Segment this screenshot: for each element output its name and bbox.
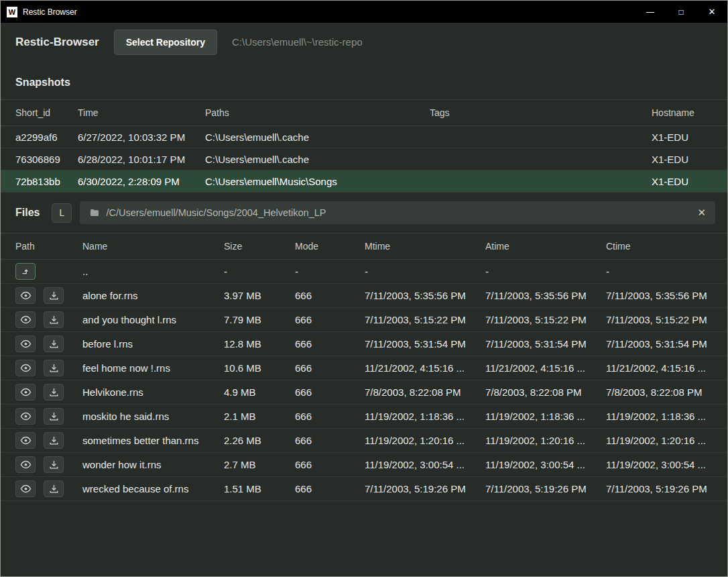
snapshots-table-header: Short_idTimePathsTagsHostname xyxy=(1,99,727,126)
files-table-header: PathNameSizeModeMtimeAtimeCtime xyxy=(1,233,727,260)
download-file-button[interactable] xyxy=(44,311,64,328)
eye-icon xyxy=(20,386,32,398)
app-logo-icon: W xyxy=(7,7,17,17)
files-table-body: ..-----alone for.rns3.97 MB6667/11/2003,… xyxy=(1,260,727,501)
app-header: Restic-Browser Select Repository C:\User… xyxy=(1,23,727,61)
eye-icon xyxy=(20,459,32,470)
download-file-button[interactable] xyxy=(44,335,64,352)
file-mtime: 7/11/2003, 5:31:54 PM xyxy=(365,338,485,350)
file-size: 7.79 MB xyxy=(224,314,295,325)
file-mode: 666 xyxy=(295,290,365,301)
file-ctime: 11/19/2002, 3:00:54 ... xyxy=(606,459,713,470)
file-mtime: 11/19/2002, 1:20:16 ... xyxy=(365,435,485,446)
file-atime: 11/19/2002, 3:00:54 ... xyxy=(485,459,606,470)
view-file-button[interactable] xyxy=(15,432,36,449)
file-mtime: 11/19/2002, 3:00:54 ... xyxy=(365,459,485,470)
file-mtime: 11/21/2002, 4:15:16 ... xyxy=(365,362,485,374)
snapshot-row[interactable]: 763068696/28/2022, 10:01:17 PMC:\Users\e… xyxy=(1,148,727,170)
view-file-button[interactable] xyxy=(15,335,36,352)
snapshot-short-id: 76306869 xyxy=(15,154,78,165)
download-file-button[interactable] xyxy=(44,287,64,304)
file-mode: 666 xyxy=(295,314,365,325)
file-size: 1.51 MB xyxy=(224,483,295,494)
clear-path-button[interactable]: ✕ xyxy=(697,207,706,219)
file-mtime: 7/8/2003, 8:22:08 PM xyxy=(365,386,485,398)
file-size: 4.9 MB xyxy=(224,386,295,398)
download-icon xyxy=(49,484,59,494)
download-file-button[interactable] xyxy=(44,384,64,401)
download-file-button[interactable] xyxy=(44,408,64,425)
parent-dir-icon xyxy=(21,266,31,276)
file-row: moskito he said.rns2.1 MB66611/19/2002, … xyxy=(1,405,727,429)
file-row: before l.rns12.8 MB6667/11/2003, 5:31:54… xyxy=(1,332,727,356)
files-column-header: Mode xyxy=(295,241,365,252)
file-mode: - xyxy=(295,266,365,277)
file-mode: 666 xyxy=(295,386,365,398)
minimize-button[interactable]: — xyxy=(635,1,666,23)
app-name: Restic-Browser xyxy=(15,36,99,49)
view-file-button[interactable] xyxy=(15,408,36,425)
file-size: 3.97 MB xyxy=(224,290,295,301)
current-path-text: /C/Users/emuell/Music/Songs/2004_Helveti… xyxy=(106,207,326,218)
file-row: alone for.rns3.97 MB6667/11/2003, 5:35:5… xyxy=(1,284,727,308)
file-name: alone for.rns xyxy=(82,290,224,301)
maximize-button[interactable]: □ xyxy=(666,1,696,23)
snapshot-row[interactable]: a2299af66/27/2022, 10:03:32 PMC:\Users\e… xyxy=(1,126,727,148)
files-column-header: Size xyxy=(224,241,295,252)
file-atime: 11/19/2002, 1:18:36 ... xyxy=(485,411,606,422)
snapshot-time: 6/30/2022, 2:28:09 PM xyxy=(78,176,205,187)
list-mode-button[interactable]: L xyxy=(52,203,72,223)
file-atime: 7/11/2003, 5:31:54 PM xyxy=(485,338,606,350)
view-file-button[interactable] xyxy=(15,480,36,497)
file-row-actions xyxy=(15,384,82,401)
file-name: and you thought l.rns xyxy=(82,314,224,325)
file-name: sometimes better than.rns xyxy=(82,435,224,446)
parent-dir-button[interactable] xyxy=(15,263,36,280)
snapshot-hostname: X1-EDU xyxy=(652,132,713,143)
view-file-button[interactable] xyxy=(15,456,36,473)
file-atime: - xyxy=(485,266,606,277)
eye-icon xyxy=(20,483,32,494)
download-file-button[interactable] xyxy=(44,480,64,497)
snapshots-column-header: Short_id xyxy=(15,107,78,118)
app-window: W Restic Browser — □ ✕ Restic-Browser Se… xyxy=(0,0,728,577)
file-ctime: 7/11/2003, 5:15:22 PM xyxy=(606,314,713,325)
file-mode: 666 xyxy=(295,435,365,446)
snapshot-paths: C:\Users\emuell\Music\Songs xyxy=(205,176,430,187)
select-repository-button[interactable]: Select Repository xyxy=(114,30,217,55)
view-file-button[interactable] xyxy=(15,311,36,328)
view-file-button[interactable] xyxy=(15,360,36,376)
parent-dir-row: ..----- xyxy=(1,260,727,284)
view-file-button[interactable] xyxy=(15,287,36,304)
close-button[interactable]: ✕ xyxy=(696,1,727,23)
files-toolbar: Files L /C/Users/emuell/Music/Songs/2004… xyxy=(1,193,727,233)
current-path-input[interactable]: /C/Users/emuell/Music/Songs/2004_Helveti… xyxy=(80,201,715,224)
snapshots-column-header: Hostname xyxy=(652,107,713,118)
file-row: and you thought l.rns7.79 MB6667/11/2003… xyxy=(1,308,727,332)
download-file-button[interactable] xyxy=(44,456,64,473)
file-ctime: 7/8/2003, 8:22:08 PM xyxy=(606,386,713,398)
file-row: sometimes better than.rns2.26 MB66611/19… xyxy=(1,429,727,453)
download-icon xyxy=(49,291,59,301)
file-row: wonder how it.rns2.7 MB66611/19/2002, 3:… xyxy=(1,453,727,477)
file-ctime: - xyxy=(606,266,713,277)
files-column-header: Mtime xyxy=(365,241,485,252)
snapshot-row-selected[interactable]: 72b813bb6/30/2022, 2:28:09 PMC:\Users\em… xyxy=(1,170,727,193)
download-file-button[interactable] xyxy=(44,432,64,449)
file-mode: 666 xyxy=(295,459,365,470)
download-icon xyxy=(49,315,59,325)
file-mode: 666 xyxy=(295,483,365,494)
file-row-actions xyxy=(15,287,82,304)
file-row-actions xyxy=(15,432,82,449)
snapshot-short-id: 72b813bb xyxy=(15,176,78,187)
snapshots-table-body: a2299af66/27/2022, 10:03:32 PMC:\Users\e… xyxy=(1,126,727,193)
file-mtime: 7/11/2003, 5:19:26 PM xyxy=(365,483,485,494)
download-file-button[interactable] xyxy=(44,360,64,376)
file-mtime: - xyxy=(365,266,485,277)
eye-icon xyxy=(20,338,32,350)
download-icon xyxy=(49,363,59,373)
view-file-button[interactable] xyxy=(15,384,36,401)
file-name: .. xyxy=(82,266,224,277)
eye-icon xyxy=(20,362,32,374)
files-column-header: Name xyxy=(82,241,224,252)
